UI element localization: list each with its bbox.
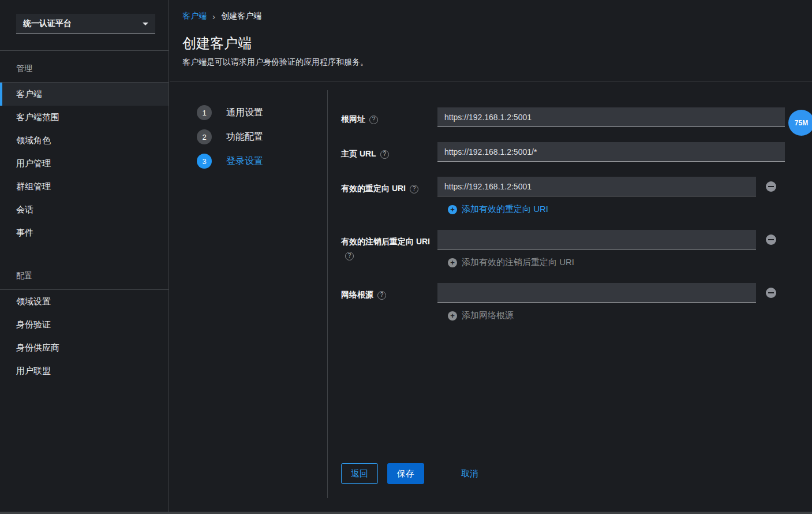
help-icon[interactable]: ? [410, 185, 418, 193]
add-link-label: 添加网络根源 [462, 310, 514, 321]
cancel-button[interactable]: 取消 [461, 463, 478, 484]
save-button[interactable]: 保存 [387, 463, 424, 484]
web-origins-input[interactable] [437, 283, 756, 303]
minus-circle-icon[interactable] [766, 234, 776, 245]
sidebar-item-label: 身份验证 [16, 319, 51, 330]
minus-circle-icon[interactable] [766, 181, 776, 192]
sidebar-item-realm-settings[interactable]: 领域设置 [0, 290, 169, 313]
realm-selector-label: 统一认证平台 [23, 18, 72, 29]
add-post-logout-redirect-uri-button[interactable]: + 添加有效的注销后重定向 URI [448, 257, 776, 268]
wizard-content: 1 通用设置 2 功能配置 3 登录设置 根网址? [170, 82, 812, 514]
field-label-text: 有效的重定向 URI [341, 184, 406, 193]
sidebar: 统一认证平台 管理 客户端 客户端范围 领域角色 用户管理 群组管理 会话 事件… [0, 0, 169, 514]
field-label: 有效的重定向 URI? [341, 177, 437, 195]
add-redirect-uri-button[interactable]: + 添加有效的重定向 URI [448, 204, 776, 215]
login-settings-form: 根网址? 主页 URL? 有效的重定向 URI? [327, 82, 812, 514]
post-logout-redirect-uri-input[interactable] [437, 230, 756, 249]
breadcrumb: 客户端 › 创建客户端 [182, 11, 812, 21]
sidebar-item-identity-providers[interactable]: 身份供应商 [0, 336, 169, 359]
step-label: 登录设置 [226, 155, 263, 167]
sidebar-item-user-federation[interactable]: 用户联盟 [0, 359, 169, 382]
sidebar-item-groups[interactable]: 群组管理 [0, 175, 169, 198]
nav-section-admin-label: 管理 [0, 51, 169, 82]
field-label: 根网址? [341, 107, 437, 126]
floating-memory-badge[interactable]: 75M [788, 110, 812, 136]
wizard-step-general[interactable]: 1 通用设置 [197, 105, 327, 120]
realm-selector[interactable]: 统一认证平台 [16, 14, 155, 34]
valid-redirect-uri-input[interactable] [437, 177, 756, 196]
form-field-home-url: 主页 URL? [341, 142, 812, 162]
chevron-right-icon: › [212, 12, 215, 21]
caret-down-icon [143, 23, 148, 25]
nav-section-configure-label: 配置 [0, 258, 169, 289]
form-field-valid-redirect-uris: 有效的重定向 URI? + 添加有效的重定向 URI [341, 177, 812, 215]
sidebar-item-label: 会话 [16, 204, 33, 215]
field-label-text: 根网址 [341, 114, 365, 124]
back-button[interactable]: 返回 [341, 463, 378, 484]
plus-circle-icon: + [448, 311, 457, 321]
home-url-input[interactable] [437, 142, 785, 162]
step-number-badge: 3 [197, 154, 212, 169]
form-field-web-origins: 网络根源? + 添加网络根源 [341, 283, 812, 321]
page-header: 客户端 › 创建客户端 创建客户端 客户端是可以请求用户身份验证的应用程序和服务… [170, 0, 812, 81]
steps-form-divider [327, 90, 328, 498]
nav-gap [0, 244, 169, 258]
sidebar-item-label: 用户联盟 [16, 366, 51, 377]
page-title: 创建客户端 [182, 34, 812, 53]
help-icon[interactable]: ? [369, 116, 378, 124]
plus-circle-icon: + [448, 205, 457, 214]
breadcrumb-clients-link[interactable]: 客户端 [182, 11, 207, 21]
sidebar-item-realm-roles[interactable]: 领域角色 [0, 129, 169, 152]
field-label-text: 网络根源 [341, 290, 373, 299]
field-label: 有效的注销后重定向 URI? [341, 230, 437, 262]
sidebar-item-client-scopes[interactable]: 客户端范围 [0, 106, 169, 129]
field-label: 主页 URL? [341, 142, 437, 161]
page-subtitle: 客户端是可以请求用户身份验证的应用程序和服务。 [182, 57, 812, 68]
help-icon[interactable]: ? [380, 150, 389, 159]
form-field-post-logout-redirect-uris: 有效的注销后重定向 URI? + 添加有效的注销后重定向 URI [341, 230, 812, 268]
sidebar-item-label: 客户端 [16, 89, 42, 100]
sidebar-item-clients[interactable]: 客户端 [0, 83, 169, 106]
add-link-label: 添加有效的注销后重定向 URI [462, 257, 574, 268]
step-label: 通用设置 [226, 107, 263, 119]
help-icon[interactable]: ? [345, 252, 354, 260]
field-label-text: 有效的注销后重定向 URI [341, 237, 430, 246]
sidebar-item-label: 群组管理 [16, 181, 51, 192]
sidebar-item-label: 领域角色 [16, 135, 51, 146]
breadcrumb-current: 创建客户端 [221, 11, 261, 21]
help-icon[interactable]: ? [377, 291, 386, 300]
step-number-badge: 2 [197, 129, 212, 144]
window-bottom-edge [0, 512, 812, 514]
step-label: 功能配置 [226, 131, 263, 143]
sidebar-item-label: 用户管理 [16, 158, 51, 169]
sidebar-item-events[interactable]: 事件 [0, 221, 169, 244]
field-label: 网络根源? [341, 283, 437, 301]
wizard-step-capability[interactable]: 2 功能配置 [197, 129, 327, 144]
field-label-text: 主页 URL [341, 149, 376, 158]
form-field-root-url: 根网址? [341, 107, 812, 127]
main-area: 客户端 › 创建客户端 创建客户端 客户端是可以请求用户身份验证的应用程序和服务… [170, 0, 812, 514]
wizard-step-login-settings[interactable]: 3 登录设置 [197, 154, 327, 169]
root-url-input[interactable] [437, 107, 785, 127]
sidebar-item-authentication[interactable]: 身份验证 [0, 313, 169, 336]
minus-circle-icon[interactable] [766, 288, 776, 298]
step-number-badge: 1 [197, 105, 212, 120]
plus-circle-icon: + [448, 258, 457, 267]
sidebar-item-label: 身份供应商 [16, 342, 59, 353]
wizard-steps: 1 通用设置 2 功能配置 3 登录设置 [170, 82, 327, 514]
add-web-origins-button[interactable]: + 添加网络根源 [448, 310, 776, 321]
sidebar-item-sessions[interactable]: 会话 [0, 198, 169, 221]
sidebar-item-users[interactable]: 用户管理 [0, 152, 169, 175]
sidebar-item-label: 事件 [16, 228, 33, 239]
add-link-label: 添加有效的重定向 URI [462, 204, 548, 215]
sidebar-item-label: 客户端范围 [16, 112, 59, 123]
form-actions: 返回 保存 取消 [341, 463, 812, 484]
sidebar-item-label: 领域设置 [16, 296, 51, 307]
